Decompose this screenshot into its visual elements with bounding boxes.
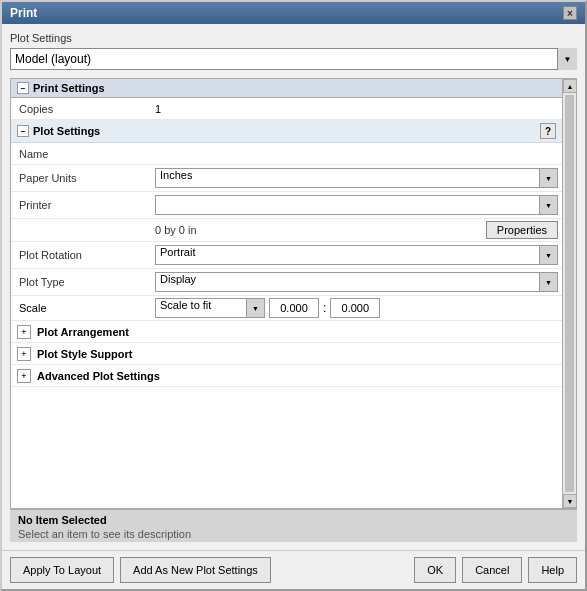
- scale-dropdown: Scale to fit ▼: [155, 298, 265, 318]
- status-bar: No Item Selected Select an item to see i…: [10, 509, 577, 542]
- plot-style-row: + Plot Style Support: [11, 343, 562, 365]
- scale-num1-input[interactable]: [269, 298, 319, 318]
- plot-rotation-text: Portrait: [155, 245, 540, 265]
- bottom-bar: Apply To Layout Add As New Plot Settings…: [2, 550, 585, 589]
- scale-separator: :: [323, 301, 326, 315]
- cancel-button[interactable]: Cancel: [462, 557, 522, 583]
- plot-type-value: Display ▼: [151, 269, 562, 295]
- scale-num2-input[interactable]: [330, 298, 380, 318]
- name-row: Name: [11, 143, 562, 165]
- paper-units-label: Paper Units: [11, 169, 151, 187]
- plot-arrangement-expand-icon[interactable]: +: [17, 325, 31, 339]
- apply-to-layout-button[interactable]: Apply To Layout: [10, 557, 114, 583]
- copies-row: Copies 1: [11, 98, 562, 120]
- properties-button[interactable]: Properties: [486, 221, 558, 239]
- advanced-plot-row: + Advanced Plot Settings: [11, 365, 562, 387]
- plot-type-arrow[interactable]: ▼: [540, 272, 558, 292]
- layout-dropdown[interactable]: Model (layout): [10, 48, 577, 70]
- plot-settings-label: Plot Settings: [10, 32, 577, 44]
- scroll-down-button[interactable]: ▼: [563, 494, 577, 508]
- plot-rotation-row: Plot Rotation Portrait ▼: [11, 242, 562, 269]
- printer-text: [155, 195, 540, 215]
- status-title: No Item Selected: [18, 514, 569, 526]
- settings-panel: − Print Settings Copies 1 − Plot Setting…: [11, 79, 562, 508]
- paper-units-arrow[interactable]: ▼: [540, 168, 558, 188]
- advanced-plot-expand-icon[interactable]: +: [17, 369, 31, 383]
- printer-size-row: 0 by 0 in Properties: [11, 219, 562, 242]
- printer-dropdown: ▼: [155, 195, 558, 215]
- plot-arrangement-row: + Plot Arrangement: [11, 321, 562, 343]
- paper-units-value: Inches ▼: [151, 165, 562, 191]
- plot-type-dropdown: Display ▼: [155, 272, 558, 292]
- plot-rotation-dropdown: Portrait ▼: [155, 245, 558, 265]
- plot-settings-sub-header: − Plot Settings ?: [11, 120, 562, 143]
- empty-space: [11, 387, 562, 507]
- window-title: Print: [10, 6, 37, 20]
- print-settings-label: Print Settings: [33, 82, 105, 94]
- paper-units-text: Inches: [155, 168, 540, 188]
- print-dialog: Print × Plot Settings Model (layout) ▼ −: [0, 0, 587, 591]
- scale-arrow[interactable]: ▼: [247, 298, 265, 318]
- add-as-new-button[interactable]: Add As New Plot Settings: [120, 557, 271, 583]
- scroll-up-button[interactable]: ▲: [563, 79, 577, 93]
- plot-type-row: Plot Type Display ▼: [11, 269, 562, 296]
- scroll-thumb[interactable]: [565, 95, 574, 492]
- name-value: [151, 145, 562, 163]
- copies-value: 1: [151, 100, 562, 118]
- print-settings-collapse[interactable]: −: [17, 82, 29, 94]
- print-settings-header: − Print Settings: [11, 79, 562, 98]
- main-content-area: − Print Settings Copies 1 − Plot Setting…: [10, 78, 577, 509]
- plot-arrangement-label: Plot Arrangement: [37, 326, 129, 338]
- name-label: Name: [11, 145, 151, 163]
- ok-button[interactable]: OK: [414, 557, 456, 583]
- plot-settings-collapse[interactable]: −: [17, 125, 29, 137]
- layout-dropdown-wrapper: Model (layout) ▼: [10, 48, 577, 70]
- plot-rotation-value: Portrait ▼: [151, 242, 562, 268]
- scrollbar[interactable]: ▲ ▼: [562, 79, 576, 508]
- printer-row: Printer ▼: [11, 192, 562, 219]
- printer-arrow[interactable]: ▼: [540, 195, 558, 215]
- paper-units-dropdown: Inches ▼: [155, 168, 558, 188]
- scale-controls: Scale to fit ▼ :: [151, 296, 562, 320]
- plot-settings-sub-label: Plot Settings: [33, 125, 100, 137]
- plot-type-label: Plot Type: [11, 273, 151, 291]
- status-description: Select an item to see its description: [18, 528, 569, 540]
- printer-size-text: 0 by 0 in: [151, 221, 482, 239]
- help-icon[interactable]: ?: [540, 123, 556, 139]
- advanced-plot-label: Advanced Plot Settings: [37, 370, 160, 382]
- plot-type-text: Display: [155, 272, 540, 292]
- name-input[interactable]: [155, 148, 558, 160]
- dialog-body: Plot Settings Model (layout) ▼ − Print S…: [2, 24, 585, 550]
- layout-dropdown-row: Model (layout) ▼: [10, 48, 577, 70]
- close-button[interactable]: ×: [563, 6, 577, 20]
- help-button[interactable]: Help: [528, 557, 577, 583]
- plot-style-label: Plot Style Support: [37, 348, 132, 360]
- scale-label: Scale: [11, 299, 151, 317]
- printer-label: Printer: [11, 196, 151, 214]
- scale-text: Scale to fit: [155, 298, 247, 318]
- copies-label: Copies: [11, 100, 151, 118]
- scale-row: Scale Scale to fit ▼ :: [11, 296, 562, 321]
- plot-rotation-label: Plot Rotation: [11, 246, 151, 264]
- printer-value: ▼: [151, 192, 562, 218]
- plot-rotation-arrow[interactable]: ▼: [540, 245, 558, 265]
- plot-style-expand-icon[interactable]: +: [17, 347, 31, 361]
- paper-units-row: Paper Units Inches ▼: [11, 165, 562, 192]
- title-bar: Print ×: [2, 2, 585, 24]
